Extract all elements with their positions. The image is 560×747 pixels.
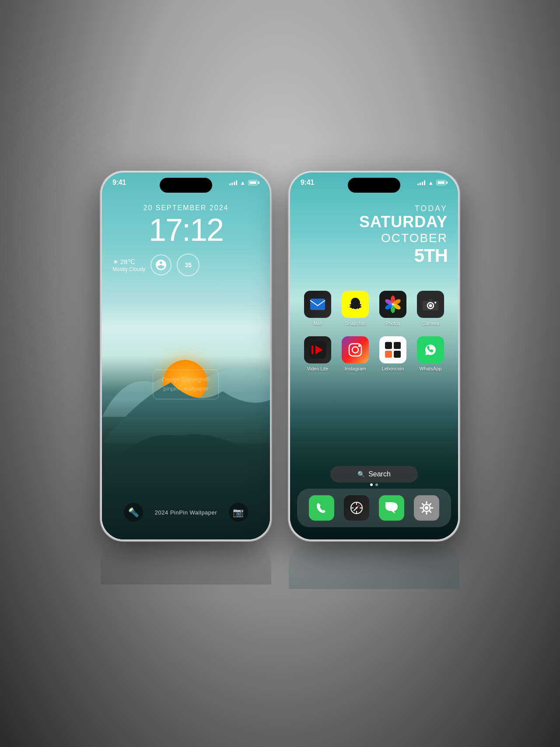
dock-phone[interactable] <box>309 495 334 521</box>
photos-icon <box>379 291 406 318</box>
torch-icon: 🔦 <box>128 507 139 518</box>
lockscreen-bottom-bar: 🔦 2024 PinPin Wallpaper 📷 <box>102 503 270 522</box>
dock-safari[interactable] <box>344 495 369 521</box>
battery-icon <box>248 180 259 185</box>
lockscreen-reflection <box>101 541 271 585</box>
svg-rect-22 <box>394 351 401 358</box>
search-icon: 🔍 <box>357 471 365 478</box>
svg-rect-0 <box>310 299 325 310</box>
leboncoin-label: Leboncoin <box>382 366 404 371</box>
weather-widget: ☀ 28℃ Mostly Cloudy <box>112 258 145 272</box>
page-dots <box>290 483 458 486</box>
ring-number: 35 <box>185 261 192 268</box>
mail-label: Mail <box>313 321 322 326</box>
camera-label: Camera <box>422 321 439 326</box>
hs-signal-icon <box>417 180 425 185</box>
app-row-1: Mail Snapchat <box>299 291 449 326</box>
watermark-line1: Design Copyright© <box>162 375 210 384</box>
whatsapp-label: WhatsApp <box>420 366 442 371</box>
phones-container: 9:41 ▲ <box>101 171 459 541</box>
homescreen-phone: 9:41 ▲ <box>289 171 459 541</box>
homescreen-time: 9:41 <box>301 179 314 187</box>
camera-quick-icon: 📷 <box>233 507 244 518</box>
lockscreen-clock: 17:12 <box>102 213 270 247</box>
weather-desc: Mostly Cloudy <box>112 266 145 272</box>
lockscreen-widgets: ☀ 28℃ Mostly Cloudy 35 <box>112 254 259 276</box>
activity-ring-widget[interactable]: 35 <box>177 254 200 276</box>
lockscreen-date: 20 SEPTEMBER 2024 <box>102 204 270 212</box>
date-num-label: 5TH <box>359 245 448 266</box>
app-camera[interactable]: Camera <box>415 291 446 326</box>
camera-icon <box>417 291 444 318</box>
search-label: Search <box>368 470 391 478</box>
svg-rect-14 <box>312 345 313 354</box>
homescreen-status-icons: ▲ <box>417 180 448 186</box>
app-leboncoin[interactable]: Leboncoin <box>377 336 409 371</box>
homescreen-background: 9:41 ▲ <box>290 173 458 539</box>
lockscreen-status-icons: ▲ <box>229 180 259 186</box>
instagram-label: Instagram <box>345 366 366 371</box>
snapchat-label: Snapchat <box>345 321 365 326</box>
svg-point-17 <box>358 345 360 347</box>
search-bar[interactable]: 🔍 Search <box>330 466 418 483</box>
svg-point-30 <box>425 506 428 510</box>
page-dot-1 <box>370 483 373 486</box>
watermark: Design Copyright© pinpin—wallpaper <box>153 370 219 399</box>
app-videolite[interactable]: Video Lite <box>302 336 333 371</box>
date-widget: TODAY SATURDAY OCTOBER 5TH <box>359 204 448 266</box>
date-day-label: SATURDAY <box>359 213 448 231</box>
copyright-label: 2024 PinPin Wallpaper <box>155 509 217 516</box>
hs-wifi-icon: ▲ <box>428 180 434 186</box>
dock-settings[interactable] <box>414 495 439 521</box>
svg-point-16 <box>352 347 358 353</box>
videolite-icon <box>304 336 331 363</box>
svg-point-11 <box>434 302 436 303</box>
snapchat-icon <box>342 291 369 318</box>
weather-icon: ☀ <box>112 258 119 266</box>
instagram-icon <box>342 336 369 363</box>
dock-messages[interactable] <box>379 495 404 521</box>
app-mail[interactable]: Mail <box>302 291 333 326</box>
torch-button[interactable]: 🔦 <box>124 503 143 522</box>
videolite-label: Video Lite <box>307 366 329 371</box>
wifi-icon: ▲ <box>240 180 245 186</box>
app-grid: Mail Snapchat <box>299 291 449 382</box>
leboncoin-icon <box>379 336 406 363</box>
dynamic-island-right <box>348 178 400 193</box>
app-snapchat[interactable]: Snapchat <box>340 291 371 326</box>
app-dock <box>297 489 451 527</box>
hs-battery-icon <box>436 180 448 185</box>
app-row-2: Video Lite <box>299 336 449 371</box>
date-today-label: TODAY <box>359 204 448 213</box>
app-whatsapp[interactable]: WhatsApp <box>415 336 446 371</box>
app-instagram[interactable]: Instagram <box>340 336 371 371</box>
lockscreen-phone: 9:41 ▲ <box>101 171 271 541</box>
homescreen-reflection <box>289 541 459 589</box>
signal-icon <box>229 180 237 185</box>
lockscreen-background: 9:41 ▲ <box>102 173 270 539</box>
camera-button[interactable]: 📷 <box>229 503 248 522</box>
svg-point-10 <box>429 304 432 307</box>
weather-temp: 28℃ <box>120 258 135 266</box>
svg-rect-20 <box>385 342 392 349</box>
dynamic-island-left <box>160 178 212 193</box>
lockscreen-time: 9:41 <box>112 179 126 187</box>
page-dot-2 <box>375 483 378 486</box>
app-photos[interactable]: Photos <box>377 291 409 326</box>
mail-icon <box>304 291 331 318</box>
date-month-label: OCTOBER <box>359 231 448 246</box>
photos-label: Photos <box>385 321 400 326</box>
chatgpt-widget[interactable] <box>150 254 172 275</box>
svg-rect-21 <box>394 342 401 349</box>
whatsapp-icon <box>417 336 444 363</box>
watermark-line2: pinpin—wallpaper <box>162 384 210 394</box>
svg-rect-19 <box>385 351 392 358</box>
